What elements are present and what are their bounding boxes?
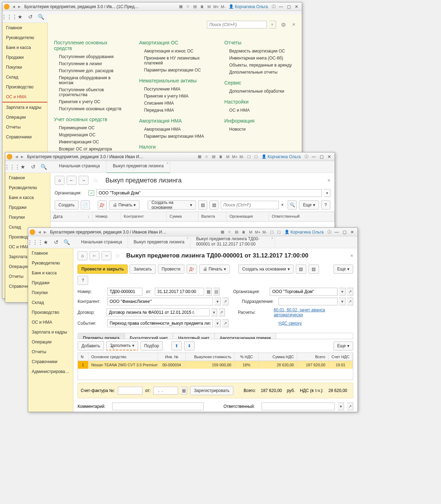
print-button[interactable]: 🖨 Печать ▾ <box>199 265 230 274</box>
postings-button[interactable]: Дт <box>98 200 107 210</box>
print-button[interactable]: 🖨 Печать ▾ <box>109 200 140 210</box>
menu-link[interactable]: Поступление НМА <box>139 86 210 93</box>
menu-link[interactable]: ОС и НМА <box>224 107 295 114</box>
calendar-icon[interactable]: ▦ <box>181 387 187 394</box>
info-icon[interactable]: ⓘ <box>303 154 310 160</box>
nav-item[interactable]: Покупки <box>28 288 73 298</box>
nav-item[interactable]: ОС и НМА <box>28 317 73 327</box>
nav-item[interactable]: Производство <box>28 307 73 317</box>
menu-link[interactable]: Ведомость амортизации ОС <box>224 48 295 55</box>
select-button[interactable]: Подбор <box>140 341 163 350</box>
back-button[interactable]: ← <box>90 251 99 260</box>
back-button[interactable]: ← <box>67 176 76 185</box>
tool-button[interactable]: ▤ <box>198 200 207 210</box>
apps-icon[interactable]: ⋮⋮⋮ <box>7 162 17 172</box>
close-tab-icon[interactable]: × <box>166 161 169 165</box>
col-vat[interactable]: Сумма НДС <box>259 353 297 361</box>
open-icon[interactable]: ↗ <box>222 319 228 327</box>
tool-icon[interactable]: ▤ <box>213 288 220 295</box>
create-based-button[interactable]: Создать на основании ▾ <box>238 265 294 274</box>
nav-item[interactable]: Склад <box>28 298 73 307</box>
col-sum[interactable]: Сумма <box>167 212 198 221</box>
menu-link[interactable]: Списание НМА <box>139 100 210 107</box>
menu-link[interactable]: Принятие к учету НМА <box>139 93 210 100</box>
tab-leasing-buyout[interactable]: Выкуп предметов лизинга× <box>106 160 170 174</box>
nav-operations[interactable]: Операции <box>2 112 47 122</box>
minimize-button[interactable]: — <box>310 154 318 160</box>
menu-link[interactable]: Передача оборудования в монтаж <box>54 74 125 86</box>
add-row-button[interactable]: Добавить <box>78 341 104 350</box>
menu-link[interactable]: Параметры амортизации НМА <box>139 133 210 140</box>
grid-search-input[interactable] <box>221 201 279 209</box>
user-label[interactable]: 👤 Корчагина Ольга <box>229 4 268 9</box>
nav-item[interactable]: Покупки <box>5 212 50 222</box>
dropdown-icon[interactable]: ▾ <box>339 288 345 295</box>
register-invoice-button[interactable]: Зарегистрировать <box>190 386 233 395</box>
subdivision-input[interactable] <box>278 298 338 305</box>
settlements-link[interactable]: 60.01, 60.02, зачет аванса автоматически <box>274 307 353 317</box>
nav-back-icon[interactable]: ◄ <box>37 230 42 235</box>
m-icon[interactable]: М <box>225 154 231 160</box>
mplus-icon[interactable]: М+ <box>213 4 219 10</box>
nav-item[interactable]: Зарплата и кадры <box>28 327 73 337</box>
history-icon[interactable]: ↺ <box>29 162 38 172</box>
nav-main[interactable]: Главное <box>2 23 47 33</box>
help-button[interactable]: ? <box>78 276 88 285</box>
search-icon[interactable]: 🔍 <box>36 12 45 21</box>
close-button[interactable]: ✕ <box>325 154 333 160</box>
dropdown-icon[interactable]: ▾ <box>214 298 221 305</box>
tool-button[interactable]: ▤ <box>296 265 306 274</box>
tool-button[interactable]: ▤ <box>308 265 319 274</box>
tool-icon[interactable]: ▦ <box>219 229 226 235</box>
more-button[interactable]: Еще ▾ <box>299 200 319 210</box>
tab-home[interactable]: Начальная страница <box>75 235 128 249</box>
m-icon[interactable]: М <box>247 229 254 235</box>
dropdown-icon[interactable]: ▾ <box>338 403 344 410</box>
responsible-input[interactable] <box>262 403 335 410</box>
move-down-button[interactable]: ⬇ <box>184 341 195 350</box>
nav-item[interactable]: Администрирование <box>28 367 73 377</box>
minimize-button[interactable]: — <box>277 4 285 10</box>
open-icon[interactable]: ↗ <box>347 403 353 410</box>
tool-icon[interactable]: ▦ <box>178 4 184 10</box>
tool-icon[interactable]: ▤ <box>192 4 198 10</box>
nav-os-nma[interactable]: ОС и НМА <box>2 92 47 102</box>
tool-icon[interactable]: ▢ <box>276 229 282 235</box>
apps-icon[interactable]: ⋮⋮⋮ <box>5 12 14 21</box>
nav-bank[interactable]: Банк и касса <box>2 43 47 52</box>
calc-icon[interactable]: 🖩 <box>218 154 224 160</box>
move-up-button[interactable]: ⬆ <box>171 341 182 350</box>
org-checkbox[interactable]: ✓ <box>88 190 94 196</box>
mminus-icon[interactable]: М- <box>239 154 245 160</box>
nav-back-icon[interactable]: ◄ <box>14 154 19 159</box>
menu-link[interactable]: Амортизация и износ ОС <box>139 48 210 55</box>
nav-item[interactable]: Продажи <box>5 203 50 212</box>
event-input[interactable] <box>107 319 213 327</box>
nav-back-icon[interactable]: ◄ <box>11 4 16 9</box>
close-page-icon[interactable]: × <box>350 253 353 259</box>
tab-home[interactable]: Начальная страница <box>53 160 106 174</box>
menu-link[interactable]: Дополнительные обработки <box>224 88 295 95</box>
tool-icon[interactable]: ▢ <box>246 154 252 160</box>
subtab-tax[interactable]: Налоговый учет <box>173 333 215 339</box>
invoice-number-input[interactable] <box>118 387 142 394</box>
nav-item[interactable]: Главное <box>5 173 50 183</box>
col-vatacc[interactable]: Счет НДС <box>329 353 353 361</box>
nav-item[interactable]: Руководителю <box>28 258 73 268</box>
favorite-star-icon[interactable]: ☆ <box>115 252 121 260</box>
tab-leasing-list[interactable]: Выкуп предметов лизинга× <box>128 235 190 249</box>
home-button[interactable]: ⌂ <box>78 251 87 260</box>
search-icon[interactable]: 🔍 <box>62 238 71 247</box>
find-button[interactable]: 🔍 <box>288 200 297 210</box>
apps-icon[interactable]: ⋮⋮⋮ <box>30 238 39 247</box>
close-tab-icon[interactable]: × <box>271 236 273 240</box>
maximize-button[interactable]: ▢ <box>341 229 348 235</box>
comment-input[interactable] <box>112 403 204 410</box>
menu-link[interactable]: Поступление основных средств <box>54 105 125 112</box>
nav-item[interactable]: Банк и касса <box>28 268 73 278</box>
nav-fwd-icon[interactable]: ► <box>20 154 25 159</box>
date-input[interactable] <box>155 288 204 295</box>
postings-button[interactable]: Дт <box>186 265 197 274</box>
create-button[interactable]: Создать <box>55 200 79 210</box>
history-icon[interactable]: ↺ <box>51 238 61 247</box>
